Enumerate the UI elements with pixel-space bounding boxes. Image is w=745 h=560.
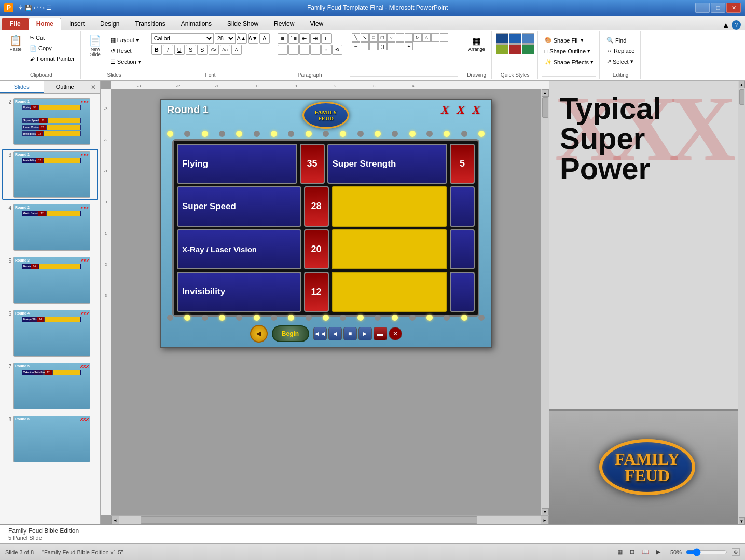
tab-design[interactable]: Design — [92, 18, 127, 30]
win-btn-5[interactable]: ▬ — [374, 327, 387, 340]
italic-btn[interactable]: I — [163, 45, 173, 55]
select-button[interactable]: ↗ Select ▾ — [604, 57, 636, 66]
shape-btn[interactable] — [361, 42, 369, 50]
underline-btn[interactable]: U — [174, 45, 185, 55]
canvas-vscroll[interactable]: ▲ ▼ — [541, 89, 549, 515]
back-arrow-btn[interactable]: ◄ — [250, 325, 268, 343]
font-size-select[interactable]: 28 — [215, 33, 236, 44]
slide-thumb-4[interactable]: 4 Round 2 XXX Make Disciples38 Go to Min… — [2, 202, 98, 253]
zoom-fit-btn[interactable]: ⊕ — [732, 548, 740, 556]
new-slide-button[interactable]: 📄 NewSlide — [85, 33, 106, 59]
shadow-btn[interactable]: S — [197, 45, 208, 55]
columns-btn[interactable]: ⫿ — [321, 33, 332, 44]
slides-list[interactable]: 2 Round 1 XXX Flying35 Super Speed28 Las… — [0, 94, 100, 524]
quick-style-3[interactable] — [522, 33, 534, 44]
copy-button[interactable]: 📄 Copy — [27, 44, 77, 53]
case-btn[interactable]: Aa — [220, 45, 230, 55]
help-collapse-icon[interactable]: ▲ — [722, 21, 729, 29]
shape-btn[interactable]: ↩ — [352, 42, 360, 50]
justify-btn[interactable]: ≡ — [310, 45, 321, 55]
slide-thumb-6[interactable]: 6 Round 4 XXX Notorious38 Bonum n muno28… — [2, 308, 98, 359]
main-slide[interactable]: Round 1 X X X FAMILY FEUD — [160, 99, 492, 348]
zoom-slider[interactable] — [686, 548, 727, 556]
decrease-indent-btn[interactable]: ⇤ — [299, 33, 310, 44]
find-button[interactable]: 🔍 Find — [604, 35, 629, 45]
shape-btn[interactable]: ╲ — [352, 33, 360, 42]
numbered-list-btn[interactable]: 1≡ — [288, 33, 299, 44]
quick-style-4[interactable] — [496, 44, 508, 54]
replace-button[interactable]: ↔ Replace — [604, 46, 637, 56]
tab-home[interactable]: Home — [29, 18, 61, 30]
shape-btn[interactable]: ▷ — [413, 33, 422, 42]
font-name-select[interactable]: Calibri — [151, 33, 214, 44]
strikethrough-btn[interactable]: S — [186, 45, 196, 55]
clear-format-btn[interactable]: Ā — [259, 33, 270, 44]
shape-btn[interactable]: ↘ — [361, 33, 369, 42]
canvas-hscroll[interactable]: ◄ ► — [111, 515, 549, 524]
slide-thumb-3[interactable]: 3 Round 1 XXX Flying35 Super Speed28 Las… — [2, 149, 98, 200]
shape-oval-btn[interactable]: ○ — [387, 33, 395, 42]
close-btn[interactable]: ✕ — [726, 3, 741, 13]
align-left-btn[interactable]: ≡ — [278, 45, 288, 55]
shape-btn[interactable]: ✦ — [405, 42, 413, 50]
shape-rect-btn[interactable]: □ — [369, 33, 378, 42]
view-reading-btn[interactable]: 📖 — [640, 547, 651, 557]
tab-transitions[interactable]: Transitions — [127, 18, 173, 30]
shape-btn[interactable] — [369, 42, 378, 50]
text-direction-btn[interactable]: ⟲ — [332, 45, 342, 55]
shape-btn[interactable] — [387, 42, 395, 50]
help-icon[interactable]: ? — [732, 20, 741, 30]
tab-file[interactable]: File — [2, 18, 29, 30]
minimize-btn[interactable]: ─ — [695, 3, 710, 13]
view-slides-btn[interactable]: ⊞ — [628, 547, 636, 557]
shape-fill-button[interactable]: 🎨 Shape Fill ▾ — [542, 35, 586, 45]
win-btn-3[interactable]: ■ — [343, 327, 357, 340]
shape-btn[interactable] — [405, 33, 413, 42]
decrease-font-btn[interactable]: A▼ — [248, 33, 258, 44]
tab-review[interactable]: Review — [266, 18, 302, 30]
quick-style-1[interactable] — [496, 33, 508, 44]
view-slideshow-btn[interactable]: ▶ — [655, 547, 662, 557]
window-controls[interactable]: ─ □ ✕ — [695, 3, 741, 13]
shape-btn[interactable] — [396, 42, 404, 50]
paste-button[interactable]: 📋 Paste — [5, 33, 26, 54]
tab-slideshow[interactable]: Slide Show — [219, 18, 266, 30]
quick-style-5[interactable] — [509, 44, 521, 54]
bullet-list-btn[interactable]: ≡ — [278, 33, 288, 44]
panel-close-btn[interactable]: ✕ — [87, 81, 100, 93]
view-normal-btn[interactable]: ▦ — [616, 547, 624, 557]
shape-btn[interactable]: △ — [422, 33, 431, 42]
slide-thumb-5[interactable]: 5 Round 3 XXX Public Svc.36 Soldiers30 S… — [2, 255, 98, 306]
begin-button[interactable]: Begin — [272, 325, 309, 342]
win-btn-1[interactable]: ◄◄ — [313, 327, 327, 340]
tab-view[interactable]: View — [302, 18, 331, 30]
format-painter-button[interactable]: 🖌 Format Painter — [27, 54, 77, 63]
quick-style-6[interactable] — [522, 44, 534, 54]
reset-button[interactable]: ↺ Reset — [108, 46, 144, 56]
align-right-btn[interactable]: ≡ — [299, 45, 310, 55]
shape-btn[interactable] — [440, 33, 448, 42]
shape-effects-button[interactable]: ✨ Shape Effects ▾ — [542, 57, 596, 67]
shape-outline-button[interactable]: □ Shape Outline ▾ — [542, 46, 593, 56]
font-color-btn[interactable]: A — [231, 45, 242, 55]
shape-btn[interactable] — [431, 33, 439, 42]
outline-tab[interactable]: Outline — [44, 81, 87, 93]
bold-btn[interactable]: B — [151, 45, 162, 55]
slide-thumb-8[interactable]: 8 Round 6 XXX — [2, 414, 98, 465]
shape-rrect-btn[interactable]: ▢ — [378, 33, 387, 42]
slide-thumb-2[interactable]: 2 Round 1 XXX Flying35 Super Speed28 Las… — [2, 96, 98, 147]
quick-style-2[interactable] — [509, 33, 521, 44]
char-spacing-btn[interactable]: AV — [209, 45, 219, 55]
shape-btn[interactable]: { } — [378, 42, 387, 50]
maximize-btn[interactable]: □ — [711, 3, 725, 13]
tab-insert[interactable]: Insert — [61, 18, 92, 30]
layout-button[interactable]: ▦ Layout ▾ — [108, 35, 144, 45]
increase-font-btn[interactable]: A▲ — [237, 33, 247, 44]
section-button[interactable]: ☰ Section ▾ — [108, 57, 144, 67]
arrange-button[interactable]: ▦ Arrange — [465, 33, 488, 54]
right-panel-scrollbar[interactable]: ▲ ▼ — [738, 81, 745, 524]
increase-indent-btn[interactable]: ⇥ — [310, 33, 321, 44]
align-center-btn[interactable]: ≡ — [288, 45, 299, 55]
line-spacing-btn[interactable]: ↕ — [321, 45, 332, 55]
slide-thumb-7[interactable]: 7 Round 5 XXX Jesus36 Kairos28 Remnant20… — [2, 361, 98, 412]
